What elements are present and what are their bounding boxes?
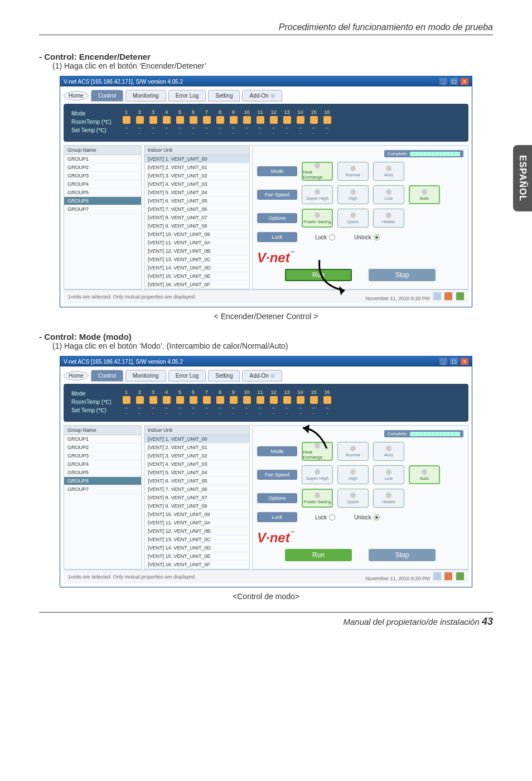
run-button[interactable]: Run: [285, 549, 352, 561]
unit-item[interactable]: [VENT] 8. VENT_UNIT_07: [144, 494, 249, 502]
group-item[interactable]: GROUP2: [64, 443, 141, 452]
minimize-icon[interactable]: _: [439, 78, 447, 85]
close-icon[interactable]: X: [461, 78, 468, 85]
unit-item[interactable]: [VENT] 4. VENT_UNIT_03: [144, 180, 249, 189]
tab-home[interactable]: Home: [64, 91, 89, 100]
maximize-icon[interactable]: ▢: [450, 78, 458, 85]
lock-button[interactable]: Lock: [314, 513, 336, 522]
tab-monitoring[interactable]: Monitoring: [125, 370, 166, 382]
group-item[interactable]: GROUP7: [64, 485, 141, 494]
opt-options-1[interactable]: Quick: [337, 209, 369, 228]
opt-options-0[interactable]: Power Saving: [302, 209, 333, 228]
group-item[interactable]: GROUP3: [64, 172, 141, 180]
opt-fan-2[interactable]: Low: [373, 185, 404, 204]
unit-item[interactable]: [VENT] 7. VENT_UNIT_06: [144, 485, 249, 494]
caption2: <Control de modo>: [39, 592, 493, 601]
unlock-button[interactable]: Unlock: [353, 233, 381, 242]
unit-item[interactable]: [VENT] 3. VENT_UNIT_02: [144, 452, 249, 460]
window-title: V-net ACS [165.186.42.171], S/W version …: [64, 359, 183, 365]
opt-fan-1[interactable]: High: [337, 465, 369, 484]
unit-item[interactable]: [VENT] 9. VENT_UNIT_08: [144, 222, 249, 230]
unit-item[interactable]: [VENT] 11. VENT_UNIT_0A: [144, 519, 249, 527]
unit-item[interactable]: [VENT] 14. VENT_UNIT_0D: [144, 264, 249, 272]
window-buttons[interactable]: _ ▢ X: [438, 78, 468, 85]
unit-item[interactable]: [VENT] 15. VENT_UNIT_0E: [144, 552, 249, 561]
running-header: Procedimiento del funcionamiento en modo…: [39, 22, 493, 35]
tab-error-log[interactable]: Error Log: [168, 370, 206, 382]
minimize-icon[interactable]: _: [439, 358, 447, 365]
unit-item[interactable]: [VENT] 10. VENT_UNIT_09: [144, 230, 249, 239]
unit-item[interactable]: [VENT] 7. VENT_UNIT_06: [144, 205, 249, 214]
opt-options-1[interactable]: Quick: [337, 489, 369, 508]
unit-item[interactable]: [VENT] 12. VENT_UNIT_0B: [144, 527, 249, 536]
group-item[interactable]: GROUP1: [64, 435, 141, 443]
opt-mode-2[interactable]: Auto: [373, 162, 404, 181]
group-item[interactable]: GROUP4: [64, 180, 141, 189]
unit-item[interactable]: [VENT] 2. VENT_UNIT_01: [144, 163, 249, 172]
unit-item[interactable]: [VENT] 16. VENT_UNIT_0F: [144, 561, 249, 569]
unit-item[interactable]: [VENT] 5. VENT_UNIT_04: [144, 469, 249, 477]
unit-item[interactable]: [VENT] 13. VENT_UNIT_0C: [144, 536, 249, 544]
opt-fan-1[interactable]: High: [337, 185, 369, 204]
opt-options-0[interactable]: Power Saving: [302, 489, 333, 508]
opt-fan-0[interactable]: Super High: [302, 465, 333, 484]
unit-item[interactable]: [VENT] 6. VENT_UNIT_05: [144, 477, 249, 485]
opt-mode-1[interactable]: Normal: [337, 162, 369, 181]
run-button[interactable]: Run: [285, 269, 352, 281]
group-item[interactable]: GROUP6: [64, 477, 141, 485]
opt-options-2[interactable]: Heater: [373, 209, 404, 228]
statusbar-datetime: November 11, 2010 8:29 PM: [365, 296, 429, 301]
unit-item[interactable]: [VENT] 16. VENT_UNIT_0F: [144, 281, 249, 289]
group-item[interactable]: GROUP4: [64, 460, 141, 469]
unit-item[interactable]: [VENT] 6. VENT_UNIT_05: [144, 197, 249, 205]
opt-icon: [422, 189, 427, 195]
tab-addon[interactable]: Add-On: [242, 90, 282, 102]
lock-button[interactable]: Lock: [314, 233, 336, 242]
unit-item[interactable]: [VENT] 4. VENT_UNIT_03: [144, 460, 249, 469]
tab-setting[interactable]: Setting: [208, 370, 240, 382]
tab-control[interactable]: Control: [91, 90, 123, 102]
opt-mode-0[interactable]: Heat Exchange: [302, 162, 333, 181]
unit-item[interactable]: [VENT] 2. VENT_UNIT_01: [144, 443, 249, 452]
group-item[interactable]: GROUP6: [64, 197, 141, 205]
opt-mode-2[interactable]: Auto: [373, 442, 404, 461]
unit-item[interactable]: [VENT] 13. VENT_UNIT_0C: [144, 255, 249, 264]
unit-item[interactable]: [VENT] 14. VENT_UNIT_0D: [144, 544, 249, 552]
unit-item[interactable]: [VENT] 9. VENT_UNIT_08: [144, 502, 249, 510]
group-item[interactable]: GROUP3: [64, 452, 141, 460]
opt-mode-1[interactable]: Normal: [337, 442, 369, 461]
group-item[interactable]: GROUP7: [64, 205, 141, 214]
opt-mode-0[interactable]: Heat Exchange: [302, 442, 333, 461]
tab-monitoring[interactable]: Monitoring: [125, 90, 166, 102]
status-col: 1---: [123, 109, 130, 136]
opt-fan-3[interactable]: Auto: [409, 465, 440, 484]
opt-fan-2[interactable]: Low: [373, 465, 404, 484]
tab-error-log[interactable]: Error Log: [168, 90, 206, 102]
window-buttons[interactable]: _ ▢ X: [438, 358, 468, 365]
unit-item[interactable]: [VENT] 5. VENT_UNIT_04: [144, 189, 249, 197]
group-item[interactable]: GROUP5: [64, 189, 141, 197]
unit-item[interactable]: [VENT] 10. VENT_UNIT_09: [144, 510, 249, 519]
unlock-button[interactable]: Unlock: [353, 513, 381, 522]
opt-options-2[interactable]: Heater: [373, 489, 404, 508]
group-item[interactable]: GROUP1: [64, 155, 141, 163]
stop-button[interactable]: Stop: [369, 549, 436, 561]
group-item[interactable]: GROUP5: [64, 469, 141, 477]
tab-control[interactable]: Control: [91, 370, 123, 382]
group-item[interactable]: GROUP2: [64, 163, 141, 172]
unit-item[interactable]: [VENT] 12. VENT_UNIT_0B: [144, 247, 249, 255]
unit-item[interactable]: [VENT] 11. VENT_UNIT_0A: [144, 239, 249, 247]
opt-fan-0[interactable]: Super High: [302, 185, 333, 204]
unit-item[interactable]: [VENT] 15. VENT_UNIT_0E: [144, 272, 249, 281]
unit-item[interactable]: [VENT] 1. VENT_UNIT_00: [144, 155, 249, 163]
close-icon[interactable]: X: [461, 358, 468, 365]
unit-item[interactable]: [VENT] 3. VENT_UNIT_02: [144, 172, 249, 180]
opt-fan-3[interactable]: Auto: [409, 185, 440, 204]
maximize-icon[interactable]: ▢: [450, 358, 458, 365]
unit-item[interactable]: [VENT] 8. VENT_UNIT_07: [144, 214, 249, 222]
unit-item[interactable]: [VENT] 1. VENT_UNIT_00: [144, 435, 249, 443]
tab-addon[interactable]: Add-On: [242, 370, 282, 382]
tab-home[interactable]: Home: [64, 371, 89, 380]
stop-button[interactable]: Stop: [369, 269, 436, 281]
tab-setting[interactable]: Setting: [208, 90, 240, 102]
